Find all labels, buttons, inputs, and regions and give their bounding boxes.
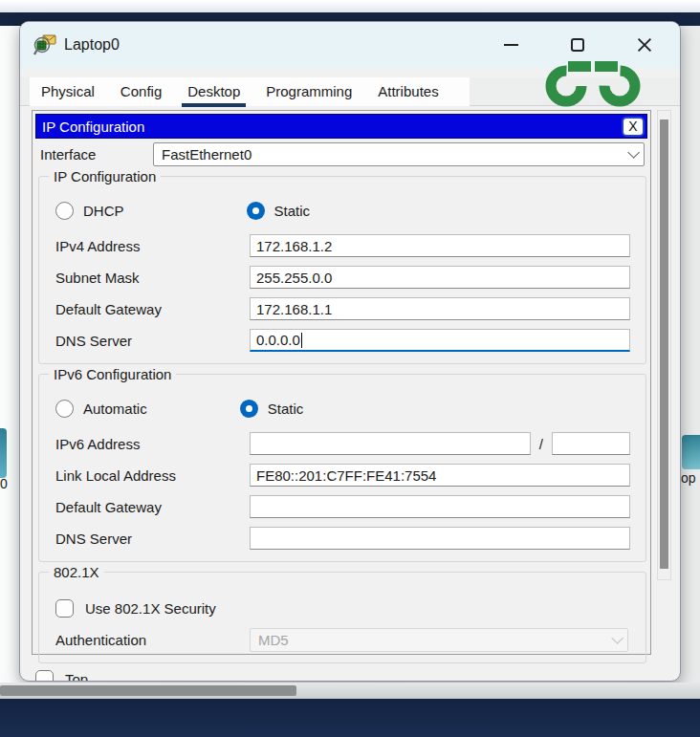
ipv4-mode-row: DHCP Static [55,200,630,221]
link-local-value: FE80::201:C7FF:FE41:7554 [256,467,436,484]
top-checkbox-label: Top [65,671,88,682]
dot1x-security-label: Use 802.1X Security [85,600,216,617]
ipv4-address-input[interactable]: 172.168.1.2 [250,234,630,257]
ipv6-dns-label: DNS Server [55,531,250,547]
subnet-mask-value: 255.255.0.0 [256,270,332,286]
link-local-label: Link Local Address [55,467,250,484]
top-strip [0,0,700,12]
workspace-laptop-icon[interactable] [682,435,700,469]
ipv6-static-radio[interactable] [240,400,258,418]
authentication-select: MD5 [250,628,628,652]
interface-selected-value: FastEthernet0 [162,146,252,163]
tab-attributes[interactable]: Attributes [378,83,438,101]
ipv6-address-row: IPv6 Address / [55,432,630,455]
chevron-down-icon [611,632,623,644]
workspace-laptop-label: op [681,470,696,486]
dialog-close-button[interactable]: X [622,117,645,137]
ipv4-address-label: IPv4 Address [55,238,250,254]
workspace-device-label: 0 [0,476,8,491]
screen: 0 op Laptop0 [0,0,700,737]
interface-select[interactable]: FastEthernet0 [153,142,645,166]
subnet-mask-label: Subnet Mask [55,270,250,286]
geeksforgeeks-logo [534,50,652,109]
automatic-radio[interactable] [55,400,74,418]
ipv4-gateway-label: Default Gateway [55,301,250,317]
ipv4-gateway-value: 172.168.1.1 [256,301,332,317]
window-title: Laptop0 [64,36,120,54]
device-window: Laptop0 Physical Config Desktop Programm… [19,21,681,682]
ipv6-gateway-row: Default Gateway [55,495,630,518]
ipv6-address-input[interactable] [250,432,531,455]
vertical-scrollbar-thumb[interactable] [660,119,668,569]
ipv6-prefix-separator: / [539,436,543,452]
text-caret [301,333,302,348]
ipv6-address-label: IPv6 Address [55,436,250,452]
ipv6-static-label: Static [268,401,304,417]
chevron-down-icon [627,146,640,159]
tab-config[interactable]: Config [120,83,162,101]
authentication-label: Authentication [55,632,250,648]
vertical-scrollbar[interactable] [657,110,671,580]
link-local-input[interactable]: FE80::201:C7FF:FE41:7554 [250,464,630,487]
subnet-mask-input[interactable]: 255.255.0.0 [250,266,630,289]
ipv6-gateway-label: Default Gateway [55,499,250,515]
ipv6-group: IPv6 Configuration Automatic Static IPv6… [38,374,646,562]
dot1x-group: 802.1X Use 802.1X Security Authenticatio… [38,572,646,663]
minimize-button[interactable] [489,29,533,61]
dot1x-security-checkbox[interactable] [55,599,74,618]
tab-strip: Physical Config Desktop Programming Attr… [30,77,470,106]
dialog-header[interactable]: IP Configuration X [35,114,647,139]
ipv4-dns-input[interactable]: 0.0.0.0 [250,329,630,352]
ipv4-dns-value: 0.0.0.0 [256,332,300,348]
desktop-tab-content: IP Configuration X Interface FastEtherne… [20,106,680,682]
authentication-selected-value: MD5 [258,632,289,648]
top-checkbox[interactable] [35,670,54,682]
dot1x-group-title: 802.1X [49,564,104,580]
dialog-title: IP Configuration [42,119,144,135]
tab-desktop[interactable]: Desktop [187,83,240,101]
subnet-mask-row: Subnet Mask 255.255.0.0 [55,266,630,289]
ipv6-dns-input[interactable] [250,527,630,550]
link-local-row: Link Local Address FE80::201:C7FF:FE41:7… [55,464,630,487]
ipv6-dns-row: DNS Server [55,527,630,550]
workspace-device-icon[interactable] [0,428,7,478]
horizontal-scrollbar-thumb[interactable] [0,685,296,696]
ip-configuration-dialog: IP Configuration X Interface FastEtherne… [32,110,651,655]
tab-physical[interactable]: Physical [41,83,95,101]
tab-programming[interactable]: Programming [266,83,352,101]
ipv4-address-row: IPv4 Address 172.168.1.2 [55,234,630,257]
minimize-icon [504,44,518,46]
dhcp-label: DHCP [83,203,124,219]
desktop-footer-band [0,699,700,737]
ipv4-dns-row: DNS Server 0.0.0.0 [55,329,630,352]
interface-row: Interface FastEthernet0 [36,142,646,166]
ipv4-gateway-row: Default Gateway 172.168.1.1 [55,297,630,320]
packet-tracer-device-icon [33,33,58,56]
ipv4-group-title: IP Configuration [49,168,161,184]
ipv4-static-radio[interactable] [247,202,265,220]
ipv4-static-label: Static [274,203,311,219]
horizontal-scrollbar[interactable] [0,683,700,699]
top-option-row: Top [35,670,418,682]
dot1x-security-row: Use 802.1X Security [55,596,630,620]
dhcp-radio[interactable] [55,202,74,220]
automatic-label: Automatic [83,401,147,417]
ipv6-prefix-input[interactable] [552,432,630,455]
ipv4-address-value: 172.168.1.2 [256,238,332,254]
ipv6-gateway-input[interactable] [250,495,630,518]
ipv4-dns-label: DNS Server [55,333,250,349]
interface-label: Interface [40,146,153,163]
ipv6-group-title: IPv6 Configuration [49,366,176,382]
ipv4-group: IP Configuration DHCP Static IPv4 Addres… [38,176,646,364]
authentication-row: Authentication MD5 [55,628,630,651]
ipv6-mode-row: Automatic Static [55,398,630,419]
ipv4-gateway-input[interactable]: 172.168.1.1 [250,297,630,320]
